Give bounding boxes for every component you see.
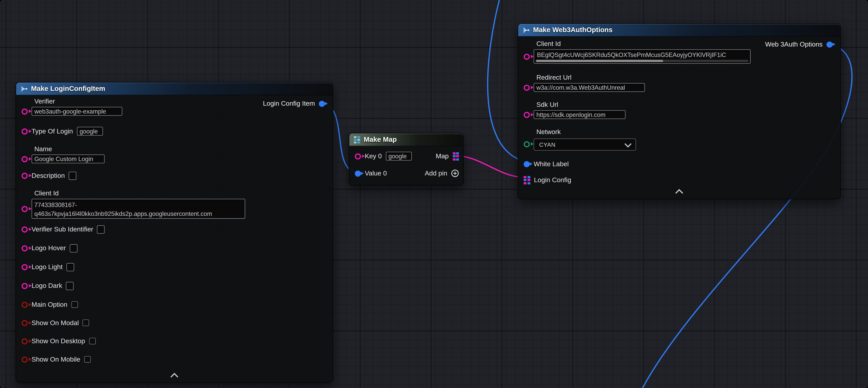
output-row-login-config-item: Login Config Item bbox=[263, 100, 328, 108]
key0-input[interactable]: google bbox=[386, 152, 412, 161]
field-redirect-url: Redirect Url w3a://com.w3a.Web3AuthUnrea… bbox=[524, 74, 835, 92]
pin-client-id[interactable] bbox=[524, 53, 530, 60]
pin-logo-dark[interactable] bbox=[22, 283, 28, 289]
sdk-url-input[interactable]: https://sdk.openlogin.com bbox=[533, 110, 625, 119]
field-label-login-config: Login Config bbox=[534, 176, 571, 184]
field-logo-dark: Logo Dark bbox=[22, 280, 327, 291]
chevron-up-icon bbox=[675, 189, 683, 197]
field-type-of-login: Type Of Login google bbox=[22, 126, 327, 137]
client-id-input[interactable]: 774338308167- q463s7kpvja16l4l0kko3nb925… bbox=[32, 199, 245, 219]
field-label-redirect-url: Redirect Url bbox=[536, 74, 835, 82]
field-label-main-option: Main Option bbox=[32, 300, 67, 309]
network-select[interactable]: CYAN bbox=[533, 139, 636, 151]
description-input[interactable] bbox=[69, 171, 76, 180]
pin-client-id[interactable] bbox=[22, 206, 28, 212]
show-on-desktop-checkbox[interactable] bbox=[89, 338, 96, 345]
client-id-text: BEglQSgt4cUWcj6SKRdu5QkOXTsePmMcusG5EAoy… bbox=[537, 51, 747, 59]
verifier-sub-identifier-input[interactable] bbox=[97, 225, 105, 233]
main-option-checkbox[interactable] bbox=[71, 301, 78, 308]
node-header-make-web3authoptions[interactable]: Make Web3AuthOptions bbox=[518, 24, 840, 37]
logo-dark-input[interactable] bbox=[66, 281, 74, 290]
pin-show-on-desktop[interactable] bbox=[22, 338, 28, 344]
pin-show-on-modal[interactable] bbox=[22, 320, 28, 326]
logo-light-input[interactable] bbox=[66, 263, 74, 271]
field-verifier-sub-identifier: Verifier Sub Identifier bbox=[22, 224, 327, 235]
field-logo-light: Logo Light bbox=[22, 262, 327, 272]
horizontal-scrollbar[interactable] bbox=[536, 60, 749, 62]
pin-white-label[interactable] bbox=[524, 161, 530, 167]
client-id-input[interactable]: BEglQSgt4cUWcj6SKRdu5QkOXTsePmMcusG5EAoy… bbox=[533, 49, 750, 64]
pin-logo-hover[interactable] bbox=[22, 245, 28, 251]
node-header-make-loginconfigitem[interactable]: Make LoginConfigItem bbox=[16, 82, 333, 95]
pin-network[interactable] bbox=[524, 141, 530, 147]
field-name: Name Google Custom Login bbox=[22, 145, 327, 163]
node-make-web3authoptions[interactable]: Make Web3AuthOptions Web 3Auth Options C… bbox=[518, 23, 841, 199]
make-map-icon bbox=[354, 136, 361, 143]
field-main-option: Main Option bbox=[22, 299, 327, 310]
make-struct-icon bbox=[21, 85, 28, 92]
collapse-node-button[interactable] bbox=[673, 189, 686, 196]
field-label-show-on-modal: Show On Modal bbox=[32, 319, 79, 327]
output-pin-label: Web 3Auth Options bbox=[765, 40, 823, 48]
field-label-white-label: White Label bbox=[533, 160, 569, 168]
field-label-name: Name bbox=[34, 145, 327, 153]
node-header-make-map[interactable]: Make Map bbox=[349, 133, 463, 146]
pin-main-option[interactable] bbox=[22, 301, 28, 307]
field-show-on-desktop: Show On Desktop bbox=[22, 335, 327, 347]
logo-hover-input[interactable] bbox=[70, 244, 78, 252]
field-network: Network CYAN bbox=[524, 128, 835, 151]
pin-description[interactable] bbox=[22, 173, 28, 179]
pin-value0[interactable] bbox=[355, 170, 361, 176]
chevron-up-icon bbox=[170, 373, 178, 381]
field-label-show-on-mobile: Show On Mobile bbox=[32, 355, 80, 363]
field-label-value0: Value 0 bbox=[365, 169, 387, 177]
client-id-line2: q463s7kpvja16l4l0kko3nb925ikds2p.apps.go… bbox=[34, 209, 242, 218]
field-label-show-on-desktop: Show On Desktop bbox=[32, 337, 85, 345]
pin-login-config[interactable] bbox=[524, 176, 530, 184]
blueprint-editor: Make LoginConfigItem Login Config Item V… bbox=[0, 0, 868, 388]
collapse-node-button[interactable] bbox=[168, 372, 181, 379]
make-struct-icon bbox=[523, 26, 530, 33]
pin-name[interactable] bbox=[22, 156, 28, 162]
map-output-pin[interactable] bbox=[453, 152, 459, 160]
type-of-login-input[interactable]: google bbox=[77, 127, 103, 136]
redirect-url-input[interactable]: w3a://com.w3a.Web3AuthUnreal bbox=[533, 83, 645, 92]
node-make-map[interactable]: Make Map Key 0 google Map bbox=[349, 133, 464, 185]
wire-map-to-login-config[interactable] bbox=[455, 155, 524, 177]
pin-type-of-login[interactable] bbox=[22, 128, 28, 134]
chevron-down-icon bbox=[624, 140, 631, 147]
field-label-sdk-url: Sdk Url bbox=[536, 101, 835, 109]
field-label-logo-light: Logo Light bbox=[32, 263, 62, 271]
pin-verifier[interactable] bbox=[22, 108, 28, 114]
node-title: Make Map bbox=[364, 136, 397, 143]
field-description: Description bbox=[22, 170, 327, 181]
pin-redirect-url[interactable] bbox=[524, 84, 530, 90]
scrollbar-thumb[interactable] bbox=[536, 60, 663, 62]
field-logo-hover: Logo Hover bbox=[22, 242, 327, 253]
verifier-input[interactable]: web3auth-google-example bbox=[32, 107, 122, 116]
add-pin-icon bbox=[451, 169, 459, 177]
output-pin-login-config-item[interactable] bbox=[319, 100, 325, 107]
blueprint-graph-canvas[interactable]: Make LoginConfigItem Login Config Item V… bbox=[0, 0, 868, 388]
output-pin-label-map: Map bbox=[436, 152, 449, 160]
output-row-web3auth-options: Web 3Auth Options bbox=[765, 40, 835, 48]
field-white-label: White Label bbox=[524, 158, 835, 169]
pin-verifier-sub-identifier[interactable] bbox=[22, 226, 28, 232]
field-label-client-id: Client Id bbox=[34, 189, 327, 198]
field-label-network: Network bbox=[536, 128, 835, 136]
pin-logo-light[interactable] bbox=[22, 264, 28, 270]
field-show-on-mobile: Show On Mobile bbox=[22, 354, 327, 365]
node-make-loginconfigitem[interactable]: Make LoginConfigItem Login Config Item V… bbox=[16, 82, 333, 383]
field-label-logo-dark: Logo Dark bbox=[32, 281, 62, 290]
add-pin-button[interactable]: Add pin bbox=[425, 169, 459, 177]
output-pin-web3auth-options[interactable] bbox=[827, 41, 833, 47]
network-selected-value: CYAN bbox=[539, 141, 556, 148]
pin-sdk-url[interactable] bbox=[524, 112, 530, 118]
name-input[interactable]: Google Custom Login bbox=[32, 155, 105, 163]
pin-key0[interactable] bbox=[355, 153, 361, 159]
show-on-modal-checkbox[interactable] bbox=[83, 320, 90, 326]
add-pin-label: Add pin bbox=[425, 169, 447, 177]
show-on-mobile-checkbox[interactable] bbox=[84, 356, 91, 363]
field-label-key0: Key 0 bbox=[365, 152, 382, 160]
pin-show-on-mobile[interactable] bbox=[22, 356, 28, 362]
